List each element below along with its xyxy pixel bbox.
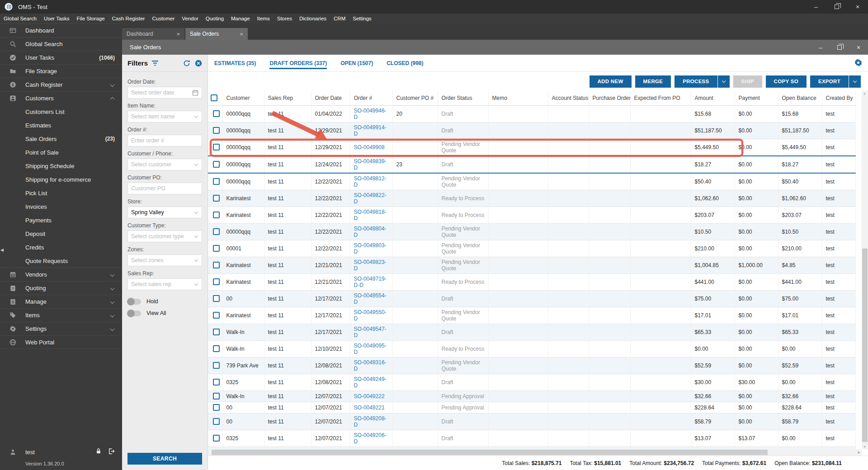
order-link[interactable]: SO-0049804-D (354, 226, 387, 238)
table-row[interactable]: 00000qqqtest 1101/04/2022SO-0049946-D20D… (208, 105, 855, 122)
order-link[interactable]: SO-0049221 (354, 404, 385, 411)
row-checkbox[interactable] (213, 312, 220, 319)
tab-closed-998[interactable]: CLOSED (998) (387, 55, 423, 71)
menu-customer[interactable]: Customer (148, 14, 178, 24)
row-checkbox[interactable] (213, 144, 220, 150)
row-checkbox[interactable] (213, 195, 220, 202)
col-order-date[interactable]: Order Date (311, 91, 350, 105)
row-checkbox[interactable] (213, 379, 220, 385)
select-all-checkbox[interactable] (211, 94, 217, 101)
refresh-icon[interactable] (183, 60, 190, 67)
order-link[interactable]: SO-0049822-D (354, 192, 387, 205)
menu-quoting[interactable]: Quoting (202, 14, 227, 24)
tab-open-1507[interactable]: OPEN (1507) (340, 55, 373, 71)
table-row[interactable]: Karinatesttest 1112/21/2021SO-0049823-DP… (208, 257, 855, 273)
window-close-icon[interactable]: × (847, 0, 868, 14)
table-row[interactable]: Karinatesttest 1112/21/2021SO-0049719-D-… (208, 273, 855, 290)
row-checkbox[interactable] (213, 110, 220, 117)
sidebar-item-customers-list[interactable]: Customers List (0, 105, 122, 118)
filter-field-customer-po[interactable] (127, 183, 202, 194)
window-minimize-icon[interactable]: – (806, 0, 826, 14)
row-checkbox[interactable] (213, 161, 220, 168)
col-open-balance[interactable]: Open Balance (778, 91, 822, 105)
doc-tab-sale-orders[interactable]: Sale Orders× (185, 28, 248, 40)
table-row[interactable]: 00test 1112/07/2021SO-0049208-DDraft$58.… (208, 413, 855, 430)
row-checkbox[interactable] (213, 418, 220, 425)
search-button[interactable]: SEARCH (127, 453, 202, 465)
order-link[interactable]: SO-0049316-D (354, 359, 387, 372)
export-dropdown-icon[interactable] (849, 75, 861, 88)
vertical-scrollbar[interactable]: ▲ ▼ (862, 91, 868, 449)
inner-close-icon[interactable]: × (849, 40, 868, 55)
sidebar-item-shipping-schedule[interactable]: Shipping Schedule (0, 159, 122, 173)
row-checkbox[interactable] (213, 212, 220, 218)
sidebar-item-estimates[interactable]: Estimates (0, 118, 122, 132)
order-link[interactable]: SO-0049208-D (354, 415, 387, 428)
order-link[interactable]: SO-0049839-D (354, 158, 387, 171)
sidebar-item-manage[interactable]: Manage (0, 295, 122, 308)
filter-field-sales-rep[interactable] (127, 278, 202, 290)
table-row[interactable]: 0325test 1112/08/2021SO-0049249-DDraft$3… (208, 374, 855, 390)
col-order[interactable]: Order # (350, 91, 392, 105)
row-checkbox[interactable] (213, 404, 220, 411)
filter-input-store[interactable] (131, 209, 193, 216)
order-link[interactable]: SO-0049946-D (354, 108, 387, 120)
window-restore-icon[interactable] (826, 0, 847, 14)
table-row[interactable]: Walk-Intest 1112/10/2021SO-0049095-DRead… (208, 340, 855, 357)
order-link[interactable]: SO-0049095-D (354, 343, 387, 355)
filter-field-order[interactable] (127, 135, 202, 146)
doc-tab-dashboard[interactable]: Dashboard× (122, 28, 184, 40)
menu-stores[interactable]: Stores (274, 14, 296, 24)
col-payment[interactable]: Payment (735, 91, 778, 105)
filter-field-customer-phone[interactable] (127, 159, 202, 170)
row-checkbox[interactable] (213, 329, 220, 335)
col-customer-po[interactable]: Customer PO # (392, 91, 438, 105)
col-order-status[interactable]: Order Status (438, 91, 488, 105)
order-link[interactable]: SO-0049249-D (354, 376, 387, 389)
order-link[interactable]: SO-0049908 (354, 144, 385, 150)
table-row[interactable]: 00test 1112/07/2021SO-0049221Pending App… (208, 402, 855, 413)
col-customer[interactable]: Customer (222, 91, 264, 105)
scroll-down-icon[interactable]: ▼ (863, 445, 866, 448)
sidebar-item-point-of-sale[interactable]: Point of Sale (0, 146, 122, 159)
menu-manage[interactable]: Manage (227, 14, 254, 24)
sidebar-item-payments[interactable]: Payments (0, 213, 122, 227)
vertical-scroll-thumb[interactable] (862, 249, 868, 442)
filter-input-customer-po[interactable] (131, 185, 198, 192)
col-created-by[interactable]: Created By (822, 91, 855, 105)
process-button[interactable]: PROCESS (675, 75, 717, 88)
row-checkbox[interactable] (213, 262, 220, 268)
inner-restore-icon[interactable] (830, 40, 849, 55)
filter-field-store[interactable] (127, 207, 202, 218)
menu-settings[interactable]: Settings (349, 14, 375, 24)
merge-button[interactable]: MERGE (635, 75, 671, 88)
order-link[interactable]: SO-0049222 (354, 393, 385, 400)
tab-close-icon[interactable]: × (240, 31, 243, 38)
toggle-switch[interactable] (127, 310, 141, 316)
order-link[interactable]: SO-0049554-D (354, 292, 387, 305)
filter-field-order-date[interactable] (127, 87, 202, 99)
ship-button[interactable]: SHIP (733, 75, 762, 88)
horizontal-scroll-thumb[interactable] (212, 450, 768, 455)
process-dropdown-icon[interactable] (718, 75, 730, 88)
row-checkbox[interactable] (213, 345, 220, 352)
table-row[interactable]: 00000qqqtest 1112/29/2021SO-0049914-DDra… (208, 122, 855, 139)
menu-cash-register[interactable]: Cash Register (108, 14, 149, 24)
menu-global-search[interactable]: Global Search (0, 14, 40, 24)
row-checkbox[interactable] (213, 393, 220, 400)
scroll-up-icon[interactable]: ▲ (863, 92, 866, 95)
table-row[interactable]: 00test 1112/17/2021SO-0049554-DDraft$75.… (208, 290, 855, 307)
sidebar-item-sale-orders[interactable]: Sale Orders(23) (0, 132, 122, 146)
sidebar-item-vendors[interactable]: Vendors (0, 268, 122, 281)
filter-field-item-name[interactable] (127, 111, 202, 122)
menu-crm[interactable]: CRM (330, 14, 349, 24)
scroll-right-icon[interactable]: ▶ (858, 451, 860, 454)
table-row[interactable]: 0325test 1112/07/2021SO-0049206-DDraft$1… (208, 430, 855, 446)
table-row[interactable]: 00000qqqtest 1112/22/2021SO-0049812-DPen… (208, 173, 855, 190)
col-purchase-order[interactable]: Purchase Order # (589, 91, 630, 105)
row-checkbox[interactable] (213, 278, 220, 285)
filter-input-zones[interactable] (131, 257, 193, 263)
row-checkbox[interactable] (213, 245, 220, 252)
order-link[interactable]: SO-0049812-D (354, 175, 387, 188)
toggle-switch[interactable] (127, 299, 141, 305)
